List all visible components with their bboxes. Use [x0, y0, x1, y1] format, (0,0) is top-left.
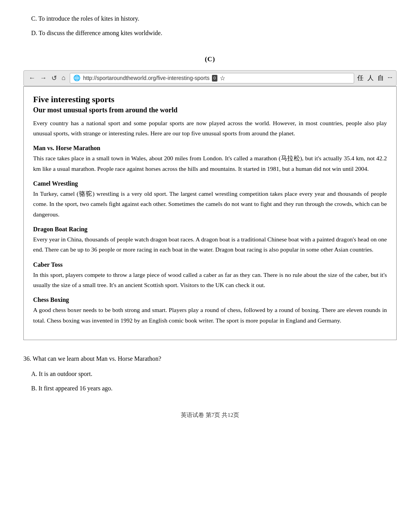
home-button[interactable]: ⌂: [60, 74, 67, 82]
sport-man-vs-horse: Man vs. Horse Marathon This race takes p…: [33, 145, 387, 174]
toolbar-dots[interactable]: ···: [388, 74, 392, 82]
question-section: 36. What can we learn about Man vs. Hors…: [23, 349, 397, 400]
star-icon[interactable]: ☆: [220, 74, 225, 82]
question-number: 36.: [23, 355, 33, 362]
browser-bar: ← → ↺ ⌂ 🌐 http://sportaroundtheworld.org…: [23, 70, 397, 86]
article-container: Five interesting sports Our most unusual…: [23, 86, 397, 340]
sport-title-3: Dragon Boat Racing: [33, 226, 387, 233]
url-text: http://sportaroundtheworld.org/five-inte…: [83, 75, 210, 81]
option-d: D. To discuss the difference among kites…: [31, 26, 397, 41]
section-label: (C): [23, 48, 397, 70]
option-c: C. To introduce the roles of kites in hi…: [31, 12, 397, 26]
sport-chess-boxing: Chess Boxing A good chess boxer needs to…: [33, 296, 387, 326]
question-option-a: A. It is an outdoor sport.: [31, 367, 397, 381]
browser-toolbar: 任 人 自 ···: [357, 74, 392, 82]
sport-title-5: Chess Boxing: [33, 296, 387, 303]
bookmark-count: 0: [212, 75, 217, 82]
sport-title-1: Man vs. Horse Marathon: [33, 145, 387, 152]
question-36: 36. What can we learn about Man vs. Hors…: [23, 353, 397, 364]
address-bar[interactable]: 🌐 http://sportaroundtheworld.org/five-in…: [70, 73, 354, 83]
sport-caber-toss: Caber Toss In this sport, players compet…: [33, 261, 387, 291]
sport-body-5: A good chess boxer needs to be both stro…: [33, 305, 387, 326]
sport-camel-wrestling: Camel Wrestling In Turkey, camel (骆驼) wr…: [33, 180, 387, 220]
sport-body-2: In Turkey, camel (骆驼) wrestling is a ver…: [33, 189, 387, 220]
globe-icon: 🌐: [73, 74, 81, 82]
back-button[interactable]: ←: [28, 74, 37, 82]
sport-body-1: This race takes place in a small town in…: [33, 153, 387, 174]
article-title: Five interesting sports: [33, 94, 387, 105]
toolbar-icon-2[interactable]: 人: [367, 74, 374, 82]
sport-body-3: Every year in China, thousands of people…: [33, 234, 387, 255]
top-options: C. To introduce the roles of kites in hi…: [23, 8, 397, 48]
article-intro: Every country has a national sport and s…: [33, 118, 387, 139]
page-footer: 英语试卷 第7页 共12页: [23, 411, 397, 419]
sport-body-4: In this sport, players compete to throw …: [33, 270, 387, 291]
sport-title-4: Caber Toss: [33, 261, 387, 268]
toolbar-icon-3[interactable]: 自: [378, 74, 384, 82]
forward-button[interactable]: →: [39, 74, 48, 82]
sport-dragon-boat: Dragon Boat Racing Every year in China, …: [33, 226, 387, 255]
refresh-button[interactable]: ↺: [50, 74, 58, 82]
question-option-b: B. It first appeared 16 years ago.: [31, 381, 397, 396]
question-text-body: What can we learn about Man vs. Horse Ma…: [33, 355, 161, 362]
article-subtitle: Our most unusual sports from around the …: [33, 106, 387, 114]
sport-title-2: Camel Wrestling: [33, 180, 387, 187]
toolbar-icon-1[interactable]: 任: [357, 74, 364, 82]
browser-nav-buttons: ← → ↺ ⌂: [28, 74, 67, 82]
